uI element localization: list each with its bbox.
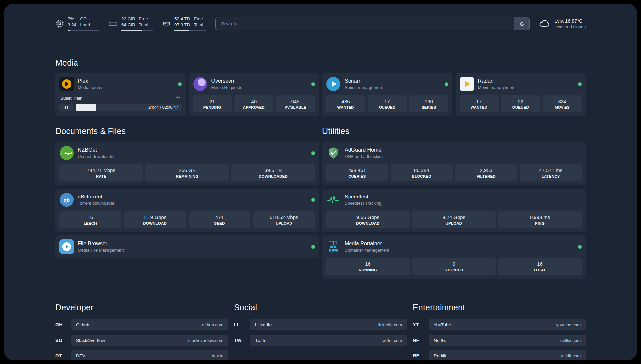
stat-value: 22 (503, 99, 539, 104)
search-input[interactable] (216, 17, 514, 30)
bookmark-group-entertainment: Entertainment YT YouTube youtube.com NF … (413, 303, 586, 360)
memory-widget: 22 GiB 64 GiB Free Total (108, 16, 153, 31)
bookmark-stackoverflow[interactable]: SO StackOverflow stackoverflow.com (55, 335, 228, 346)
disk-icon (162, 19, 171, 28)
stat-value: 834 (544, 99, 580, 104)
stat-tile: 834 MOVIES (543, 95, 582, 112)
weather-condition: scattered clouds (554, 24, 586, 29)
stat-tile: 618.52 Mbps UPLOAD (253, 211, 315, 228)
bookmark-abbr: LI (234, 322, 250, 327)
memory-meter (121, 30, 153, 31)
app-card-plex[interactable]: Plex Media server Bullet Train (55, 73, 186, 116)
app-card-overseerr[interactable]: Overseerr Media Requests 21 PENDING 40 A… (189, 73, 319, 116)
bookmark-abbr: TW (234, 338, 250, 343)
stat-label: REMAINING (147, 174, 228, 178)
search-provider-button[interactable]: G (514, 17, 529, 30)
bookmark-abbr: YT (413, 322, 429, 327)
stat-label: DOWNLOAD (125, 221, 185, 225)
stat-value: 471 (190, 214, 249, 220)
stat-value: 0.993 ms (500, 214, 580, 220)
bookmark-url: netflix.com (560, 338, 581, 343)
bookmark-twitter[interactable]: TW Twitter twitter.com (234, 335, 407, 346)
stat-tile: 2,953 FILTERED (455, 164, 517, 181)
app-desc: Speedtest Tracking (345, 201, 381, 206)
overseerr-icon (193, 77, 207, 91)
status-dot (445, 82, 448, 86)
app-name: Radarr (478, 78, 516, 84)
stat-value: 0 (413, 261, 494, 267)
stat-value: 266 GB (147, 167, 228, 173)
bookmark-url: reddit.com (561, 353, 581, 358)
bookmark-name: StackOverflow (76, 338, 105, 343)
app-card-speedtest[interactable]: Speedtest Speedtest Tracking 9.65 Gbps D… (322, 189, 586, 232)
app-desc: Media server (78, 85, 103, 90)
memory-label-bottom: Total (139, 22, 148, 28)
bookmark-dev[interactable]: DT DEV dev.to (55, 350, 228, 360)
bookmark-reddit[interactable]: RE Reddit reddit.com (413, 350, 586, 360)
app-desc: Container management (345, 248, 389, 253)
bookmark-github[interactable]: GH Github github.com (55, 319, 228, 330)
app-card-radarr[interactable]: Radarr Movie management 17 WANTED 22 QUE… (456, 73, 586, 116)
playback-progress-bar[interactable]: 24:44 / 02:06:47 (76, 104, 182, 111)
stat-label: QUEUED (503, 106, 539, 109)
player-settings-gear-icon[interactable] (176, 95, 181, 101)
pause-button[interactable] (59, 104, 73, 111)
topbar-divider (55, 40, 586, 40)
bookmark-url: dev.to (212, 353, 223, 358)
bookmark-netflix[interactable]: NF Netflix netflix.com (413, 335, 586, 346)
bookmarks: Developer GH Github github.com SO StackO… (55, 303, 586, 360)
now-playing-title: Bullet Train (60, 96, 83, 101)
stat-value: 17 (369, 99, 405, 104)
ram-icon (108, 19, 118, 28)
stat-value: 17 (461, 99, 497, 104)
stat-label: LATENCY (521, 174, 580, 178)
stat-tile: 40 APPROVED (234, 95, 273, 112)
bookmark-abbr: DT (55, 353, 71, 358)
stat-tile: 0 STOPPED (412, 258, 496, 275)
cloud-icon (539, 18, 551, 29)
stat-label: WANTED (327, 106, 364, 109)
bookmark-name: Twitter (255, 338, 268, 343)
app-desc: Movie management (478, 85, 516, 90)
app-name: Sonarr (345, 78, 383, 84)
stat-tile: 16 TOTAL (498, 258, 582, 275)
cpu-meter (68, 30, 99, 31)
section-title-entertainment: Entertainment (413, 303, 586, 312)
stat-label: DOWNLOADED (233, 174, 314, 178)
bookmark-url: linkedin.com (378, 322, 402, 327)
app-desc: Media File Management (78, 248, 124, 253)
stat-tile: 0.993 ms PING (498, 211, 582, 228)
bookmark-url: stackoverflow.com (188, 338, 223, 343)
cpu-label-bottom: Load (80, 22, 90, 28)
app-card-portainer[interactable]: Media Portainer Container management 16 … (322, 235, 586, 279)
stat-label: STOPPED (413, 268, 494, 272)
stat-label: DOWNLOAD (327, 221, 408, 225)
app-name: NZBGet (78, 147, 115, 153)
app-name: File Browser (78, 241, 124, 247)
stat-label: QUEUED (369, 106, 405, 109)
bookmark-name: Reddit (434, 353, 446, 358)
section-title-social: Social (234, 303, 407, 312)
stat-label: PENDING (194, 106, 230, 109)
stat-tile: 22 QUEUED (501, 95, 540, 112)
bookmark-linkedin[interactable]: LI LinkedIn linkedin.com (234, 319, 407, 330)
stat-tile: 266 GB REMAINING (145, 164, 229, 181)
app-desc: Usenet downloader (78, 154, 115, 159)
stat-value: 618.52 Mbps (254, 214, 314, 220)
plex-icon (59, 77, 74, 91)
app-name: Overseerr (211, 78, 242, 84)
stat-label: UPLOAD (254, 221, 314, 225)
app-card-nzbget[interactable]: nzbget NZBGet Usenet downloader 744.21 M… (55, 142, 319, 185)
app-card-sonarr[interactable]: Sonarr Series management 485 WANTED 17 Q… (322, 73, 452, 116)
bookmark-youtube[interactable]: YT YouTube youtube.com (413, 319, 586, 330)
radarr-icon (460, 77, 474, 91)
app-card-adguard[interactable]: AdGuard Home DNS and adblocking 498,461 … (322, 142, 586, 185)
bookmark-url: youtube.com (556, 322, 581, 327)
stat-label: BLOCKED (392, 174, 451, 178)
app-card-filebrowser[interactable]: File Browser Media File Management (55, 235, 319, 258)
app-desc: Series management (345, 85, 383, 90)
status-dot (578, 82, 582, 86)
app-desc: Torrent downloader (78, 201, 114, 206)
disk-widget: 52.4 TB 97.9 TB Free Total (162, 16, 206, 31)
app-card-qbittorrent[interactable]: qb qBittorrent Torrent downloader 16 LEE… (55, 189, 319, 232)
